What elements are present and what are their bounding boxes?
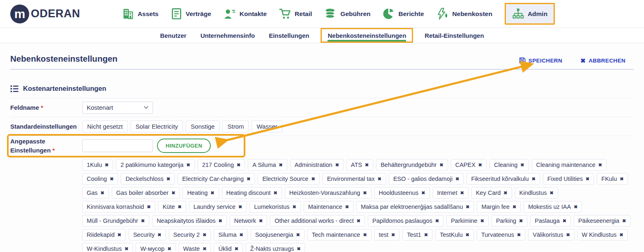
- remove-tag-icon[interactable]: ✖: [105, 163, 108, 167]
- custom-tag: Hooldusteenus ✖: [374, 187, 430, 199]
- remove-tag-icon[interactable]: ✖: [171, 191, 175, 195]
- nav-item-kontakte[interactable]: Kontakte: [224, 8, 267, 20]
- remove-tag-icon[interactable]: ✖: [517, 233, 521, 237]
- remove-tag-icon[interactable]: ✖: [519, 219, 523, 223]
- required-marker: *: [41, 104, 43, 111]
- save-button[interactable]: SPEICHERN: [519, 57, 562, 64]
- remove-tag-icon[interactable]: ✖: [203, 233, 206, 237]
- remove-tag-icon[interactable]: ✖: [503, 191, 507, 195]
- custom-tag-label: Heizkosten-Vorauszahlung: [289, 190, 360, 196]
- nav-item-assets[interactable]: Assets: [122, 8, 159, 20]
- nav-item-nebenkosten[interactable]: Nebenkosten: [436, 8, 492, 20]
- custom-tag-label: Soojusenergia: [255, 231, 293, 238]
- remove-tag-icon[interactable]: ✖: [238, 205, 242, 209]
- custom-tag: Välikoristus ✖: [528, 229, 574, 240]
- remove-tag-icon[interactable]: ✖: [178, 205, 182, 209]
- custom-tag: Internet ✖: [433, 187, 469, 199]
- cancel-button[interactable]: ✖ ABBRECHEN: [580, 57, 626, 64]
- default-tag-label: Nicht gesetzt: [87, 123, 123, 130]
- remove-tag-icon[interactable]: ✖: [512, 205, 516, 209]
- remove-tag-icon[interactable]: ✖: [378, 177, 381, 181]
- remove-tag-icon[interactable]: ✖: [424, 233, 428, 237]
- custom-tag-label: Laundry service: [194, 203, 235, 210]
- remove-tag-icon[interactable]: ✖: [259, 219, 263, 223]
- custom-tag: ATS ✖: [346, 159, 373, 171]
- custom-tag-label: Papildomos paslaugos: [372, 217, 432, 224]
- subnav-item-retail-einstellungen[interactable]: Retail-Einstellungen: [425, 28, 484, 43]
- moderan-logo[interactable]: m ODERAN: [10, 5, 80, 23]
- nav-label: Nebenkosten: [452, 10, 492, 18]
- custom-tag: Kinnisvara korrashoid ✖: [82, 201, 155, 213]
- remove-tag-icon[interactable]: ✖: [532, 177, 536, 181]
- custom-tag-label: Gas: [87, 190, 98, 196]
- remove-tag-icon[interactable]: ✖: [363, 233, 367, 237]
- remove-tag-icon[interactable]: ✖: [357, 219, 360, 223]
- remove-tag-icon[interactable]: ✖: [460, 191, 464, 195]
- remove-tag-icon[interactable]: ✖: [279, 163, 283, 167]
- remove-tag-icon[interactable]: ✖: [118, 233, 121, 237]
- remove-tag-icon[interactable]: ✖: [549, 191, 553, 195]
- remove-tag-icon[interactable]: ✖: [167, 247, 171, 251]
- default-tags: Nicht gesetzt Solar Electricity Sonstige…: [82, 120, 285, 132]
- remove-tag-icon[interactable]: ✖: [125, 247, 128, 251]
- remove-tag-icon[interactable]: ✖: [240, 233, 243, 237]
- remove-tag-icon[interactable]: ✖: [274, 191, 277, 195]
- nav-item-retail[interactable]: Retail: [279, 8, 312, 20]
- remove-tag-icon[interactable]: ✖: [439, 163, 443, 167]
- remove-tag-icon[interactable]: ✖: [466, 233, 469, 237]
- nav-item-berichte[interactable]: Berichte: [383, 8, 424, 20]
- remove-tag-icon[interactable]: ✖: [210, 191, 214, 195]
- remove-tag-icon[interactable]: ✖: [237, 163, 240, 167]
- remove-tag-icon[interactable]: ✖: [520, 163, 524, 167]
- remove-tag-icon[interactable]: ✖: [235, 247, 238, 251]
- remove-tag-icon[interactable]: ✖: [619, 233, 623, 237]
- remove-tag-icon[interactable]: ✖: [293, 205, 296, 209]
- remove-tag-icon[interactable]: ✖: [166, 177, 170, 181]
- nav-item-gebuehren[interactable]: Gebühren: [324, 8, 370, 20]
- remove-tag-icon[interactable]: ✖: [586, 177, 589, 181]
- nav-label: Assets: [138, 10, 159, 18]
- subnav-item-unternehmensinfo[interactable]: Unternehmensinfo: [201, 28, 255, 43]
- remove-tag-icon[interactable]: ✖: [480, 219, 484, 223]
- remove-tag-icon[interactable]: ✖: [335, 163, 339, 167]
- remove-tag-icon[interactable]: ✖: [110, 177, 113, 181]
- add-button[interactable]: HINZUFÜGEN: [157, 139, 211, 153]
- remove-tag-icon[interactable]: ✖: [157, 233, 161, 237]
- custom-setting-input[interactable]: [82, 139, 153, 152]
- remove-tag-icon[interactable]: ✖: [186, 163, 190, 167]
- remove-tag-icon[interactable]: ✖: [296, 233, 300, 237]
- subnav-item-einstellungen[interactable]: Einstellungen: [269, 28, 309, 43]
- remove-tag-icon[interactable]: ✖: [141, 219, 145, 223]
- remove-tag-icon[interactable]: ✖: [345, 205, 349, 209]
- remove-tag-icon[interactable]: ✖: [311, 177, 315, 181]
- remove-tag-icon[interactable]: ✖: [566, 233, 570, 237]
- nav-item-admin[interactable]: Admin: [505, 3, 555, 25]
- remove-tag-icon[interactable]: ✖: [365, 163, 369, 167]
- field-name-select[interactable]: Kostenart: [82, 102, 153, 114]
- remove-tag-icon[interactable]: ✖: [219, 219, 222, 223]
- remove-tag-icon[interactable]: ✖: [620, 177, 623, 181]
- subnav-item-nebenkosteneinstellungen[interactable]: Nebenkosteneinstellungen: [328, 29, 406, 42]
- remove-tag-icon[interactable]: ✖: [297, 247, 300, 251]
- remove-tag-icon[interactable]: ✖: [478, 163, 482, 167]
- remove-tag-icon[interactable]: ✖: [421, 191, 425, 195]
- remove-tag-icon[interactable]: ✖: [363, 191, 367, 195]
- remove-tag-icon[interactable]: ✖: [574, 205, 577, 209]
- org-chart-icon: [512, 8, 524, 20]
- remove-tag-icon[interactable]: ✖: [435, 219, 439, 223]
- custom-tag: W Kindlustus ✖: [577, 229, 628, 240]
- remove-tag-icon[interactable]: ✖: [203, 247, 206, 251]
- remove-tag-icon[interactable]: ✖: [622, 219, 626, 223]
- remove-tag-icon[interactable]: ✖: [391, 233, 395, 237]
- selected-value: Kostenart: [87, 104, 113, 111]
- remove-tag-icon[interactable]: ✖: [455, 177, 459, 181]
- custom-tag: Security 2 ✖: [169, 229, 211, 240]
- remove-tag-icon[interactable]: ✖: [101, 191, 104, 195]
- remove-tag-icon[interactable]: ✖: [466, 205, 469, 209]
- remove-tag-icon[interactable]: ✖: [147, 205, 150, 209]
- nav-item-vertraege[interactable]: Verträge: [171, 8, 211, 20]
- remove-tag-icon[interactable]: ✖: [563, 219, 566, 223]
- remove-tag-icon[interactable]: ✖: [247, 177, 250, 181]
- subnav-item-benutzer[interactable]: Benutzer: [160, 28, 186, 43]
- remove-tag-icon[interactable]: ✖: [598, 163, 602, 167]
